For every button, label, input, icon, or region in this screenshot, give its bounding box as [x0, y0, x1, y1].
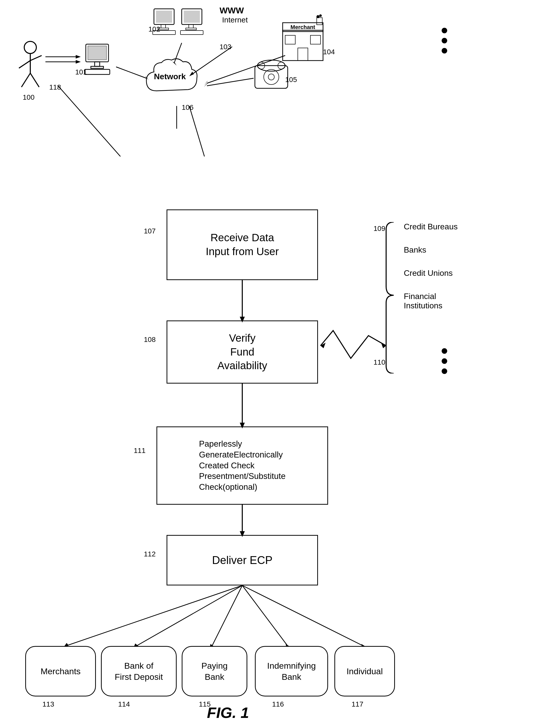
svg-marker-56	[240, 317, 245, 322]
svg-marker-45	[189, 72, 194, 76]
box-merchants: Merchants	[25, 646, 96, 696]
dot-5	[442, 358, 447, 364]
box-individual: Individual	[334, 646, 395, 696]
dots-right-lower	[442, 348, 447, 379]
svg-line-71	[242, 585, 363, 646]
svg-marker-49	[204, 83, 207, 87]
bank-first-deposit-text: Bank of First Deposit	[115, 660, 163, 682]
svg-marker-58	[240, 423, 245, 428]
svg-marker-62	[381, 343, 386, 348]
ref-116: 116	[272, 700, 284, 708]
credit-bureaus-label: Credit Bureaus	[404, 222, 458, 231]
top-arrows	[0, 0, 560, 156]
svg-line-63	[66, 585, 242, 646]
paying-bank-text: Paying Bank	[201, 660, 228, 682]
svg-line-53	[58, 86, 172, 156]
box-indemnifying-bank: Indemnifying Bank	[255, 646, 328, 696]
diagram-container: WWW Internet 100 118	[0, 0, 560, 728]
dots-right-top	[442, 28, 447, 58]
svg-line-40	[116, 67, 146, 78]
financial-institutions-label: Financial Institutions	[404, 292, 458, 310]
banks-label: Banks	[404, 245, 458, 255]
svg-line-65	[136, 585, 242, 646]
dot-1	[442, 28, 447, 33]
svg-marker-60	[240, 531, 245, 537]
svg-line-42	[174, 43, 182, 63]
svg-line-51	[189, 106, 220, 156]
credit-unions-label: Credit Unions	[404, 268, 458, 278]
svg-line-48	[207, 78, 254, 86]
individual-text: Individual	[346, 666, 383, 677]
zigzag-arrows	[318, 326, 394, 366]
dot-3	[442, 48, 447, 53]
dot-6	[442, 368, 447, 374]
dot-4	[442, 348, 447, 354]
svg-marker-61	[321, 343, 326, 348]
ref-113: 113	[42, 700, 54, 708]
ref-114: 114	[118, 700, 130, 708]
box-paying-bank: Paying Bank	[182, 646, 247, 696]
dot-2	[442, 38, 447, 43]
svg-line-69	[242, 585, 288, 646]
right-labels: Credit Bureaus Banks Credit Unions Finan…	[404, 222, 458, 324]
ref-117: 117	[352, 700, 363, 708]
fig-caption: FIG. 1	[207, 704, 249, 721]
flow-arrows	[0, 202, 560, 568]
merchants-text: Merchants	[41, 666, 81, 677]
svg-line-44	[192, 47, 232, 74]
box-bank-first-deposit: Bank of First Deposit	[101, 646, 177, 696]
indemnifying-bank-text: Indemnifying Bank	[267, 660, 316, 682]
